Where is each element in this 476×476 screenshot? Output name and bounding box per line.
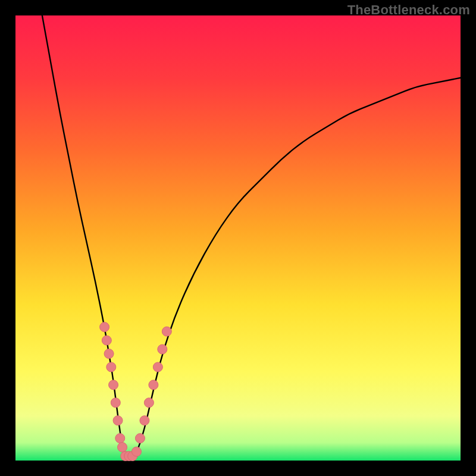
curve-marker: [158, 345, 167, 354]
curve-marker: [109, 380, 118, 390]
bottleneck-curve: [42, 15, 461, 456]
curve-marker: [162, 327, 171, 336]
curve-marker: [131, 447, 141, 456]
curve-marker: [115, 434, 125, 443]
curve-marker: [153, 362, 162, 372]
curve-marker: [107, 362, 116, 372]
curve-marker: [100, 322, 109, 332]
chart-svg: [15, 15, 461, 461]
plot-area: [15, 15, 461, 461]
curve-marker: [135, 434, 145, 443]
curve-marker: [102, 336, 111, 345]
watermark-text: TheBottleneck.com: [347, 2, 470, 18]
chart-frame: TheBottleneck.com: [0, 0, 476, 476]
curve-marker: [113, 416, 123, 425]
marker-group: [100, 322, 172, 461]
curve-marker: [149, 380, 158, 390]
curve-marker: [140, 416, 149, 425]
curve-marker: [104, 349, 114, 358]
curve-marker: [111, 398, 120, 408]
curve-marker: [118, 443, 127, 452]
curve-marker: [144, 398, 154, 408]
